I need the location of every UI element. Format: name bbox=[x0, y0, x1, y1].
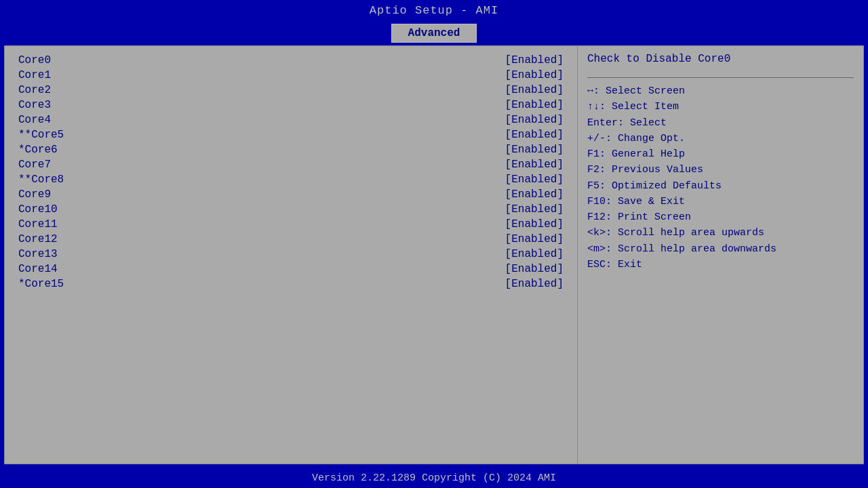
core-name-3: Core3 bbox=[18, 99, 51, 111]
core-value-5: [Enabled] bbox=[505, 129, 564, 141]
key-hint-4: F1: General Help bbox=[587, 146, 854, 162]
tab-advanced[interactable]: Advanced bbox=[391, 24, 477, 43]
core-value-9: [Enabled] bbox=[505, 188, 564, 201]
key-hint-5: F2: Previous Values bbox=[587, 162, 854, 178]
key-hint-8: F12: Print Screen bbox=[587, 209, 854, 225]
key-hint-0: ↔: Select Screen bbox=[587, 83, 854, 99]
key-hint-9: <k>: Scroll help area upwards bbox=[587, 225, 854, 241]
core-name-6: *Core6 bbox=[18, 144, 58, 156]
core-row-5[interactable]: **Core5[Enabled] bbox=[18, 127, 564, 142]
key-hint-2: Enter: Select bbox=[587, 115, 854, 131]
key-hint-6: F5: Optimized Defaults bbox=[587, 178, 854, 194]
core-value-15: [Enabled] bbox=[505, 278, 564, 290]
core-value-0: [Enabled] bbox=[505, 54, 564, 66]
left-panel: Core0[Enabled] Core1[Enabled] Core2[Enab… bbox=[5, 46, 578, 464]
help-text: Check to Disable Core0 bbox=[587, 53, 854, 65]
core-name-10: Core10 bbox=[18, 203, 58, 216]
footer: Version 2.22.1289 Copyright (C) 2024 AMI bbox=[0, 468, 868, 488]
core-value-10: [Enabled] bbox=[505, 203, 564, 216]
core-value-8: [Enabled] bbox=[505, 174, 564, 186]
core-value-7: [Enabled] bbox=[505, 159, 564, 171]
core-row-3[interactable]: Core3[Enabled] bbox=[18, 98, 564, 113]
core-value-4: [Enabled] bbox=[505, 114, 564, 126]
core-row-9[interactable]: Core9[Enabled] bbox=[18, 187, 564, 202]
title-bar: Aptio Setup - AMI bbox=[0, 0, 868, 21]
core-row-2[interactable]: Core2[Enabled] bbox=[18, 83, 564, 98]
core-name-15: *Core15 bbox=[18, 278, 64, 290]
core-name-2: Core2 bbox=[18, 84, 51, 96]
title-text: Aptio Setup - AMI bbox=[370, 4, 498, 17]
core-value-6: [Enabled] bbox=[505, 144, 564, 156]
core-name-5: **Core5 bbox=[18, 129, 64, 141]
key-hint-3: +/-: Change Opt. bbox=[587, 131, 854, 146]
core-row-8[interactable]: **Core8[Enabled] bbox=[18, 172, 564, 187]
core-row-15[interactable]: *Core15[Enabled] bbox=[18, 277, 564, 291]
core-row-7[interactable]: Core7[Enabled] bbox=[18, 157, 564, 172]
core-row-13[interactable]: Core13[Enabled] bbox=[18, 247, 564, 262]
core-row-6[interactable]: *Core6[Enabled] bbox=[18, 142, 564, 157]
core-name-13: Core13 bbox=[18, 248, 58, 260]
key-help: ↔: Select Screen↑↓: Select ItemEnter: Se… bbox=[587, 83, 854, 272]
core-value-14: [Enabled] bbox=[505, 263, 564, 275]
core-name-11: Core11 bbox=[18, 218, 58, 230]
core-value-13: [Enabled] bbox=[505, 248, 564, 260]
key-hint-1: ↑↓: Select Item bbox=[587, 99, 854, 115]
core-name-8: **Core8 bbox=[18, 174, 64, 186]
core-name-0: Core0 bbox=[18, 54, 51, 66]
core-value-12: [Enabled] bbox=[505, 233, 564, 245]
core-name-1: Core1 bbox=[18, 69, 51, 81]
core-value-1: [Enabled] bbox=[505, 69, 564, 81]
divider bbox=[587, 77, 854, 78]
key-hint-7: F10: Save & Exit bbox=[587, 194, 854, 209]
core-name-9: Core9 bbox=[18, 188, 51, 201]
main-area: Core0[Enabled] Core1[Enabled] Core2[Enab… bbox=[4, 45, 864, 464]
core-row-4[interactable]: Core4[Enabled] bbox=[18, 113, 564, 127]
core-row-11[interactable]: Core11[Enabled] bbox=[18, 217, 564, 232]
core-value-3: [Enabled] bbox=[505, 99, 564, 111]
key-hint-11: ESC: Exit bbox=[587, 257, 854, 272]
core-row-0[interactable]: Core0[Enabled] bbox=[18, 53, 564, 68]
core-name-7: Core7 bbox=[18, 159, 51, 171]
core-value-11: [Enabled] bbox=[505, 218, 564, 230]
core-row-1[interactable]: Core1[Enabled] bbox=[18, 68, 564, 83]
core-name-4: Core4 bbox=[18, 114, 51, 126]
core-name-12: Core12 bbox=[18, 233, 58, 245]
tab-bar: Advanced bbox=[0, 21, 868, 43]
core-row-14[interactable]: Core14[Enabled] bbox=[18, 262, 564, 277]
core-row-10[interactable]: Core10[Enabled] bbox=[18, 202, 564, 217]
core-name-14: Core14 bbox=[18, 263, 58, 275]
core-row-12[interactable]: Core12[Enabled] bbox=[18, 232, 564, 247]
right-panel: Check to Disable Core0 ↔: Select Screen↑… bbox=[578, 46, 863, 464]
core-value-2: [Enabled] bbox=[505, 84, 564, 96]
key-hint-10: <m>: Scroll help area downwards bbox=[587, 241, 854, 257]
